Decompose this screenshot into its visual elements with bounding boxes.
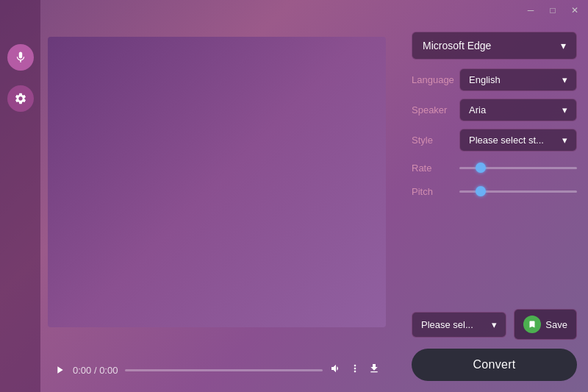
convert-button[interactable]: Convert: [412, 349, 577, 381]
language-label: Language: [412, 74, 459, 85]
minimize-button[interactable]: ─: [520, 2, 541, 18]
pitch-row: Pitch: [412, 184, 577, 199]
pitch-slider[interactable]: [459, 190, 577, 193]
rate-label: Rate: [412, 163, 459, 174]
save-row: Please sel... ▾ Save: [412, 309, 577, 340]
mic-icon[interactable]: [7, 44, 34, 71]
speaker-value: Aria: [469, 104, 486, 115]
video-area: [48, 37, 386, 327]
language-chevron-icon: ▾: [562, 74, 567, 85]
save-label: Save: [545, 319, 567, 330]
rate-row: Rate: [412, 160, 577, 175]
time-display: 0:00 / 0:00: [73, 365, 118, 376]
title-bar: ─ □ ✕: [520, 0, 588, 21]
style-value: Please select st...: [469, 135, 544, 146]
pitch-slider-container: [459, 184, 577, 199]
settings-icon[interactable]: [7, 85, 34, 112]
language-row: Language English ▾: [412, 68, 577, 91]
please-label: Please sel...: [421, 319, 473, 330]
engine-selector[interactable]: Microsoft Edge ▾: [412, 32, 577, 60]
please-chevron-icon: ▾: [492, 319, 497, 330]
close-button[interactable]: ✕: [564, 2, 585, 18]
rate-slider[interactable]: [459, 167, 577, 169]
controls-bar: 0:00 / 0:00: [48, 355, 386, 385]
play-button[interactable]: [54, 364, 65, 376]
bookmark-icon: [523, 316, 541, 333]
pitch-label: Pitch: [412, 186, 459, 197]
speaker-row: Speaker Aria ▾: [412, 99, 577, 121]
engine-label: Microsoft Edge: [423, 40, 491, 51]
download-button[interactable]: [368, 363, 380, 377]
style-label: Style: [412, 135, 459, 146]
language-value: English: [469, 74, 501, 85]
progress-bar[interactable]: [125, 369, 323, 371]
sidebar: [0, 0, 40, 392]
speaker-chevron-icon: ▾: [562, 104, 567, 115]
please-dropdown[interactable]: Please sel... ▾: [412, 312, 506, 338]
language-dropdown[interactable]: English ▾: [459, 68, 577, 91]
save-button[interactable]: Save: [514, 309, 577, 340]
engine-chevron-icon: ▾: [561, 40, 566, 51]
right-panel: Microsoft Edge ▾ Language English ▾ Spea…: [401, 21, 588, 392]
speaker-label: Speaker: [412, 104, 459, 115]
volume-button[interactable]: [330, 363, 342, 377]
rate-slider-container: [459, 160, 577, 175]
style-dropdown[interactable]: Please select st... ▾: [459, 129, 577, 152]
maximize-button[interactable]: □: [542, 2, 563, 18]
style-row: Style Please select st... ▾: [412, 129, 577, 152]
speaker-dropdown[interactable]: Aria ▾: [459, 99, 577, 121]
more-button[interactable]: [349, 363, 361, 377]
style-chevron-icon: ▾: [562, 135, 567, 146]
settings-grid: Language English ▾ Speaker Aria ▾ Style …: [412, 68, 577, 199]
bottom-section: Please sel... ▾ Save Convert: [412, 309, 577, 381]
